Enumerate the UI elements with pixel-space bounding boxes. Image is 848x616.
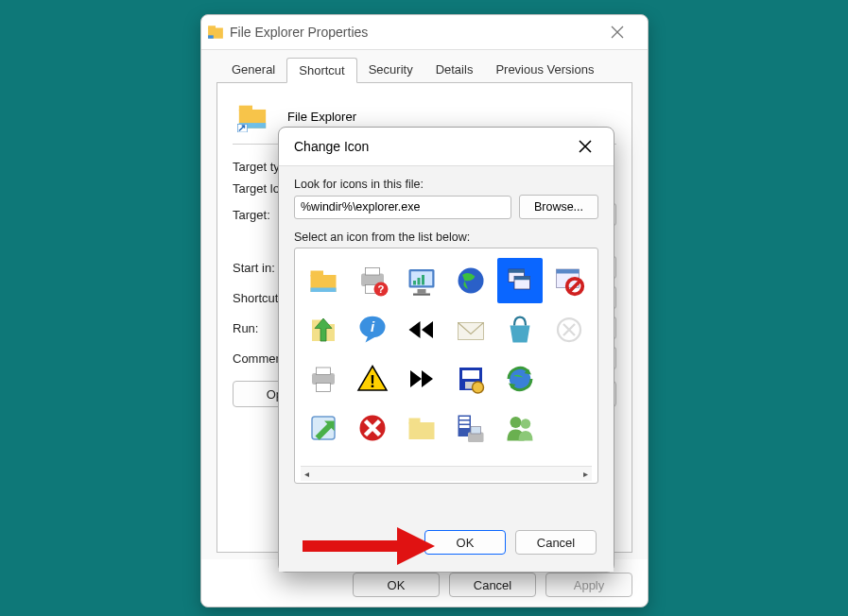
properties-apply-button[interactable]: Apply — [545, 573, 632, 597]
icon-option-cascade-windows[interactable] — [497, 258, 543, 303]
svg-rect-9 — [311, 288, 337, 293]
svg-rect-2 — [208, 35, 214, 38]
icon-option-monitor-chart[interactable] — [399, 258, 444, 303]
svg-marker-46 — [422, 370, 433, 387]
file-explorer-title-icon — [207, 24, 224, 41]
tab-shortcut[interactable]: Shortcut — [286, 58, 356, 83]
svg-rect-11 — [366, 268, 380, 276]
properties-close-button[interactable] — [597, 18, 638, 46]
svg-rect-60 — [459, 421, 470, 424]
svg-point-65 — [521, 419, 531, 429]
icon-option-globe-refresh[interactable] — [497, 356, 543, 402]
svg-rect-21 — [422, 275, 424, 285]
properties-cancel-button[interactable]: Cancel — [449, 573, 536, 597]
properties-titlebar[interactable]: File Explorer Properties — [201, 15, 648, 49]
svg-rect-29 — [557, 269, 580, 274]
icon-option-fast-forward[interactable] — [399, 356, 444, 402]
svg-point-64 — [511, 417, 522, 428]
svg-text:?: ? — [378, 283, 385, 295]
change-icon-dialog: Change Icon Look for icons in this file:… — [278, 127, 614, 573]
icon-option-folder[interactable] — [399, 405, 444, 451]
select-icon-label: Select an icon from the list below: — [294, 231, 598, 244]
change-icon-title: Change Icon — [294, 139, 369, 154]
icon-grid: ?i! — [301, 258, 592, 466]
svg-rect-61 — [459, 425, 470, 428]
change-icon-close-button[interactable] — [566, 131, 604, 162]
svg-rect-20 — [418, 278, 421, 285]
icon-list-scrollbar[interactable]: ◂ ▸ — [301, 466, 592, 481]
svg-point-50 — [473, 382, 484, 393]
shortcut-name: File Explorer — [287, 110, 356, 124]
svg-text:!: ! — [370, 372, 375, 391]
change-icon-cancel-button[interactable]: Cancel — [515, 530, 597, 555]
svg-marker-45 — [410, 370, 422, 387]
svg-rect-57 — [409, 419, 421, 424]
icon-option-warning-triangle[interactable]: ! — [350, 356, 395, 402]
svg-rect-56 — [409, 422, 435, 439]
icon-option-printer[interactable] — [301, 356, 346, 402]
icon-list: ?i! ◂ ▸ — [294, 248, 598, 484]
change-icon-ok-button[interactable]: OK — [424, 530, 506, 555]
svg-rect-8 — [311, 271, 324, 277]
tab-previous-versions[interactable]: Previous Versions — [484, 58, 605, 83]
icon-option-globe[interactable] — [448, 258, 493, 303]
svg-rect-38 — [459, 323, 484, 340]
icon-option-printer-help[interactable]: ? — [350, 258, 395, 303]
svg-rect-19 — [413, 281, 416, 285]
tab-general[interactable]: General — [220, 58, 286, 83]
close-icon — [611, 26, 624, 39]
tab-details[interactable]: Details — [424, 58, 485, 83]
svg-rect-1 — [208, 26, 216, 28]
icon-option-server-list[interactable] — [448, 405, 493, 451]
svg-rect-17 — [418, 289, 426, 294]
icon-option-rewind[interactable] — [399, 307, 444, 352]
icon-option-close-circle[interactable] — [546, 307, 592, 352]
svg-marker-36 — [409, 321, 421, 338]
icon-option-people[interactable] — [497, 405, 543, 451]
look-for-icons-label: Look for icons in this file: — [294, 178, 598, 191]
change-icon-titlebar[interactable]: Change Icon — [279, 128, 614, 165]
svg-point-22 — [459, 268, 484, 294]
icon-path-input[interactable]: %windir%\explorer.exe — [294, 196, 511, 219]
tab-security[interactable]: Security — [357, 58, 424, 83]
icon-option-disk-blue[interactable] — [448, 356, 493, 402]
svg-rect-4 — [239, 106, 252, 111]
svg-rect-25 — [509, 269, 525, 273]
svg-rect-42 — [317, 384, 331, 392]
properties-title: File Explorer Properties — [230, 25, 368, 40]
scroll-left-icon: ◂ — [304, 469, 309, 479]
icon-option-envelope[interactable] — [448, 307, 493, 352]
browse-button[interactable]: Browse... — [519, 195, 598, 219]
change-icon-body: Look for icons in this file: %windir%\ex… — [279, 165, 614, 572]
scroll-right-icon: ▸ — [583, 469, 588, 479]
icon-option-empty — [546, 356, 592, 402]
properties-bottom-buttons: OK Cancel Apply — [353, 573, 632, 597]
icon-option-window-blocked[interactable] — [546, 258, 592, 303]
icon-option-shopping-bag[interactable] — [497, 307, 543, 352]
svg-rect-63 — [471, 427, 481, 435]
svg-rect-59 — [459, 417, 470, 419]
svg-rect-48 — [462, 370, 479, 379]
properties-ok-button[interactable]: OK — [353, 573, 440, 597]
svg-marker-37 — [422, 321, 433, 338]
shortcut-large-icon — [236, 100, 268, 132]
svg-rect-18 — [413, 294, 430, 296]
icon-option-info-bubble[interactable]: i — [350, 307, 395, 352]
close-icon — [579, 140, 592, 153]
icon-option-folder-open[interactable] — [301, 258, 346, 303]
icon-option-empty — [546, 405, 592, 451]
tabs: General Shortcut Security Details Previo… — [220, 58, 632, 83]
icon-option-exit-door[interactable] — [301, 405, 346, 451]
icon-option-folder-up[interactable] — [301, 307, 346, 352]
svg-rect-41 — [317, 368, 331, 375]
icon-option-error-circle[interactable] — [350, 405, 395, 451]
svg-rect-27 — [514, 277, 530, 281]
change-icon-buttons: OK Cancel — [424, 530, 597, 555]
